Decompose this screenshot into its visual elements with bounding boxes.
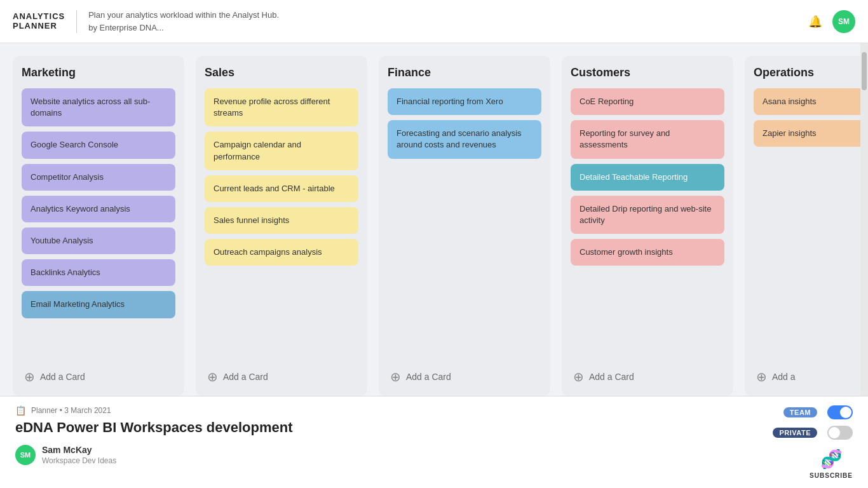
column-title-sales: Sales [205,66,358,79]
cards-container-finance: Financial reporting from XeroForecasting… [388,88,541,359]
list-item[interactable]: Youtube Analysis [22,227,175,254]
list-item[interactable]: Outreach campaigns analysis [205,239,358,266]
list-item[interactable]: Competitor Analysis [22,164,175,191]
list-item[interactable]: CoE Reporting [571,88,724,115]
column-finance: FinanceFinancial reporting from XeroFore… [379,56,550,396]
header-subtitle: Plan your analytics workload within the … [88,9,279,34]
add-card-customers[interactable]: ⊕Add a Card [571,363,724,387]
add-card-finance[interactable]: ⊕Add a Card [388,363,541,387]
list-item[interactable]: Asana insights [754,88,860,115]
bottom-panel: 📋 Planner • 3 March 2021 eDNA Power BI W… [0,396,868,488]
list-item[interactable]: Reporting for survey and assessments [571,120,724,158]
subscribe-text: SUBSCRIBE [810,472,853,479]
bottom-user: SM Sam McKay Workspace Dev Ideas [15,445,675,465]
add-card-label: Add a Card [223,372,268,382]
list-item[interactable]: Zapier insights [754,120,860,147]
bottom-avatar: SM [15,445,36,465]
bottom-right: TEAM PRIVATE 🧬 SUBSCRIBE [675,405,853,479]
bottom-user-info: Sam McKay Workspace Dev Ideas [42,445,116,465]
add-icon: ⊕ [390,369,401,384]
private-label: PRIVATE [773,428,817,438]
add-card-label: Add a [772,372,796,382]
team-label: TEAM [783,407,817,417]
cards-container-operations: Asana insightsZapier insights [754,88,860,359]
column-title-finance: Finance [388,66,541,79]
bottom-meta-text: Planner • 3 March 2021 [31,406,111,415]
list-item[interactable]: Campaign calendar and performance [205,132,358,170]
add-icon: ⊕ [756,369,767,384]
team-toggle-row: TEAM [783,405,853,419]
workspace-label: Workspace Dev Ideas [42,456,116,465]
list-item[interactable]: Financial reporting from Xero [388,88,541,115]
logo: ANALYTICS PLANNER [13,12,65,30]
private-toggle-row: PRIVATE [773,426,853,440]
private-toggle[interactable] [827,426,853,440]
bell-icon[interactable]: 🔔 [808,15,822,29]
subtitle-line2: by Enterprise DNA... [88,23,164,32]
add-icon: ⊕ [573,369,584,384]
list-item[interactable]: Customer growth insights [571,239,724,266]
column-customers: CustomersCoE ReportingReporting for surv… [562,56,733,396]
list-item[interactable]: Revenue profile across different streams [205,88,358,126]
list-item[interactable]: Forecasting and scenario analysis around… [388,120,541,158]
bottom-meta: 📋 Planner • 3 March 2021 [15,405,675,416]
add-card-label: Add a Card [406,372,451,382]
dna-icon: 🧬 [820,449,843,470]
list-item[interactable]: Backlinks Analytics [22,259,175,286]
subscribe-area: 🧬 SUBSCRIBE [810,449,853,479]
list-item[interactable]: Detailed Teachable Reporting [571,164,724,191]
logo-bottom: PLANNER [13,22,65,30]
list-item[interactable]: Current leads and CRM - airtable [205,175,358,202]
scrollbar-thumb[interactable] [862,52,867,90]
column-operations: OperationsAsana insightsZapier insights⊕… [745,56,860,396]
cards-container-customers: CoE ReportingReporting for survey and as… [571,88,724,359]
add-card-operations[interactable]: ⊕Add a [754,363,860,387]
logo-top: ANALYTICS [13,12,65,21]
column-sales: SalesRevenue profile across different st… [196,56,367,396]
list-item[interactable]: Detailed Drip reporting and web-site act… [571,196,724,234]
cards-container-marketing: Website analytics across all sub-domains… [22,88,175,359]
column-marketing: MarketingWebsite analytics across all su… [13,56,184,396]
scrollbar[interactable] [860,43,868,396]
add-icon: ⊕ [24,369,35,384]
cards-container-sales: Revenue profile across different streams… [205,88,358,359]
app-header: ANALYTICS PLANNER Plan your analytics wo… [0,0,868,43]
bottom-title: eDNA Power BI Workspaces development [15,419,675,436]
planner-icon: 📋 [15,405,26,416]
header-divider [76,10,77,33]
team-toggle-knob [840,407,851,418]
column-title-marketing: Marketing [22,66,175,79]
board-with-scroll: MarketingWebsite analytics across all su… [0,43,868,396]
list-item[interactable]: Sales funnel insights [205,207,358,234]
add-icon: ⊕ [207,369,218,384]
subtitle-line1: Plan your analytics workload within the … [88,10,279,20]
add-card-label: Add a Card [40,372,85,382]
add-card-label: Add a Card [589,372,634,382]
main-area: MarketingWebsite analytics across all su… [0,43,868,396]
user-avatar[interactable]: SM [832,10,855,33]
bottom-left: 📋 Planner • 3 March 2021 eDNA Power BI W… [15,405,675,465]
team-toggle[interactable] [827,405,853,419]
list-item[interactable]: Email Marketing Analytics [22,291,175,318]
list-item[interactable]: Analytics Keyword analysis [22,196,175,222]
add-card-sales[interactable]: ⊕Add a Card [205,363,358,387]
kanban-board: MarketingWebsite analytics across all su… [0,43,860,396]
header-right: 🔔 SM [808,10,855,33]
private-toggle-knob [829,427,840,438]
user-name: Sam McKay [42,445,116,455]
column-title-operations: Operations [754,66,860,79]
column-title-customers: Customers [571,66,724,79]
list-item[interactable]: Website analytics across all sub-domains [22,88,175,126]
add-card-marketing[interactable]: ⊕Add a Card [22,363,175,387]
list-item[interactable]: Google Search Console [22,132,175,158]
